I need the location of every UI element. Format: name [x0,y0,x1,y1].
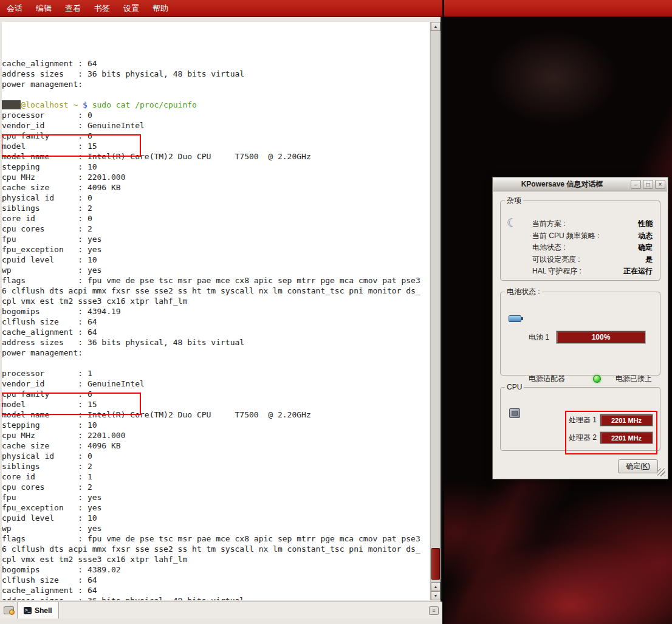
terminal-line: bogomips : 4394.19 [2,306,430,317]
terminal-line: core id : 1 [2,471,430,482]
terminal-line: address sizes : 36 bits physical, 48 bit… [2,595,430,600]
terminal-line: cpl vmx est tm2 ssse3 cx16 xtpr lahf_lm [2,554,430,564]
info-row: HAL 守护程序 :正在运行 [532,266,653,278]
terminal-line: wp : yes [2,523,430,533]
battery-group-label: 电池状态 : [505,287,542,297]
dialog-title: KPowersave 信息对话框 [495,179,629,190]
close-button[interactable]: × [655,180,665,189]
terminal-line: cache size : 4096 KB [2,441,430,451]
terminal-line: fpu_exception : yes [2,244,430,255]
info-row: 当前 CPU 频率策略 :动态 [532,230,653,242]
kpowersave-dialog: KPowersave 信息对话框 – □ × 杂项 ☾ 当前方案 :性能当前 C… [492,177,668,479]
tab-shell[interactable]: >_ Shell [17,602,59,619]
terminal-line: cpu cores : 2 [2,224,430,234]
terminal-line: cpu family : 6 [2,131,430,141]
info-row: 可以设定亮度 :是 [532,254,653,266]
terminal-line: model name : Intel(R) Core(TM)2 Duo CPU … [2,410,430,420]
terminal-line: clflush size : 64 [2,575,430,585]
terminal-line: 6 clflush dts acpi mmx fxsr sse sse2 ss … [2,544,430,554]
cpu-chip-icon [509,408,520,418]
menu-item-帮助[interactable]: 帮助 [146,0,175,16]
terminal-line: cpu family : 6 [2,389,430,399]
terminal-line: core id : 0 [2,213,430,224]
terminal-line: cache size : 4096 KB [2,182,430,193]
session-list-button[interactable]: ≡ [425,602,442,619]
terminal-line: wp : yes [2,265,430,275]
terminal-line: siblings : 2 [2,461,430,471]
terminal-line: cpuid level : 10 [2,255,430,265]
terminal-line: clflush size : 64 [2,317,430,327]
resize-grip[interactable] [657,468,665,476]
new-session-icon [4,606,14,614]
terminal-line: model name : Intel(R) Core(TM)2 Duo CPU … [2,151,430,162]
terminal-line: fpu : yes [2,234,430,244]
terminal-line: processor : 0 [2,110,430,120]
terminal-line: cpu cores : 2 [2,482,430,492]
terminal-line: physical id : 0 [2,451,430,461]
terminal-scrollbar[interactable]: ▲ ▲ ▼ [430,22,440,600]
menu-item-查看[interactable]: 查看 [58,0,87,16]
cpu-rows: 处理器 12201 MHz处理器 22201 MHz [569,414,653,444]
terminal-line: cpuid level : 10 [2,513,430,523]
terminal-line: address sizes : 36 bits physical, 48 bit… [2,337,430,348]
battery-icon [509,315,521,322]
terminal-line: cache_alignment : 64 [2,58,430,69]
tab-shell-label: Shell [35,606,52,615]
terminal-line: stepping : 10 [2,420,430,430]
terminal-line: model : 15 [2,399,430,410]
terminal-line: cache_alignment : 64 [2,327,430,337]
window-seam [442,0,444,17]
terminal-line [2,89,430,100]
menu-item-书签[interactable]: 书签 [87,0,117,16]
window-bottom-border [0,619,442,624]
terminal-line: power management: [2,79,430,89]
battery-row: 电池 1 100% [529,331,645,343]
terminal-line: processor : 1 [2,368,430,379]
terminal-line: flags : fpu vme de pse tsc msr pae mce c… [2,275,430,286]
battery-label: 电池 1 [529,332,557,343]
info-row: 当前方案 :性能 [532,218,653,230]
misc-group: 杂项 ☾ 当前方案 :性能当前 CPU 频率策略 :动态电池状态 :确定可以设定… [500,196,660,281]
terminal-line: cpu MHz : 2201.000 [2,172,430,182]
session-list-icon: ≡ [429,606,439,615]
tab-bar: >_ Shell ≡ [0,602,442,619]
kpowersave-sleep-icon: ☾ [507,216,517,230]
scroll-down-button[interactable]: ▼ [431,591,441,600]
terminal-line: siblings : 2 [2,203,430,213]
ok-button[interactable]: 确定(K) [618,459,658,473]
menu-bar: 会话编辑查看书签设置帮助 [0,0,672,17]
scroll-up-button-bottom[interactable]: ▲ [431,582,441,591]
terminal-line: power management: [2,348,430,358]
terminal-line: bogomips : 4389.02 [2,564,430,575]
terminal-line: @localhost ~ $ sudo cat /proc/cpuinfo [2,100,430,110]
terminal-line: fpu : yes [2,492,430,502]
dialog-body: 杂项 ☾ 当前方案 :性能当前 CPU 频率策略 :动态电池状态 :确定可以设定… [494,192,667,478]
cpu-row: 处理器 22201 MHz [569,432,653,444]
terminal-line: vendor_id : GenuineIntel [2,379,430,389]
scrollbar-thumb[interactable] [431,548,440,580]
misc-rows: 当前方案 :性能当前 CPU 频率策略 :动态电池状态 :确定可以设定亮度 :是… [532,218,653,278]
terminal-line: fpu_exception : yes [2,502,430,513]
misc-group-label: 杂项 [505,196,523,206]
terminal-line: cpl vmx est tm2 ssse3 cx16 xtpr lahf_lm [2,296,430,306]
menu-item-编辑[interactable]: 编辑 [29,0,58,16]
new-session-button[interactable] [0,602,17,619]
minimize-button[interactable]: – [631,180,641,189]
power-led-icon [593,375,601,383]
terminal-line: flags : fpu vme de pse tsc msr pae mce c… [2,533,430,544]
dialog-titlebar[interactable]: KPowersave 信息对话框 – □ × [493,178,667,191]
cpu-frequency-bar: 2201 MHz [600,432,653,444]
scroll-up-button[interactable]: ▲ [431,22,441,31]
cpu-group: CPU 处理器 12201 MHz处理器 22201 MHz [500,383,660,451]
info-row: 电池状态 :确定 [532,242,653,254]
terminal-line: 6 clflush dts acpi mmx fxsr sse sse2 ss … [2,286,430,296]
terminal-line: cache_alignment : 64 [2,585,430,595]
terminal-output[interactable]: cache_alignment : 64address sizes : 36 b… [2,22,430,600]
maximize-button[interactable]: □ [643,180,653,189]
terminal-line: model : 15 [2,141,430,151]
terminal-window: cache_alignment : 64address sizes : 36 b… [0,17,442,624]
menu-item-会话[interactable]: 会话 [0,0,29,16]
terminal-line: vendor_id : GenuineIntel [2,120,430,131]
terminal-line [2,358,430,368]
menu-item-设置[interactable]: 设置 [117,0,146,16]
